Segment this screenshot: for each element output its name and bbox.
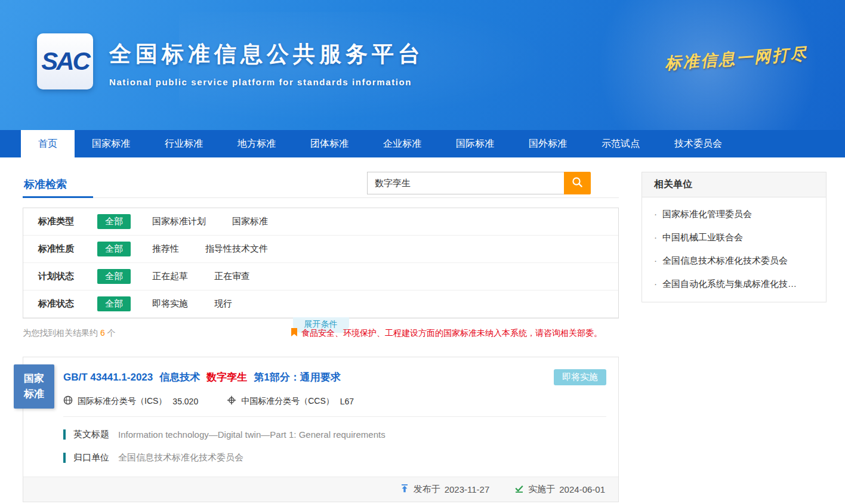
department-value: 全国信息技术标准化技术委员会 (118, 452, 243, 463)
search-results-column: 标准检索 标准类型 全部 国家标准计划 国家标准 (23, 172, 619, 502)
publish-label: 发布于 (414, 484, 440, 495)
card-title-row: GB/T 43441.1-2023 信息技术 数字孪生 第1部分：通用要求 即将… (63, 369, 606, 385)
main-nav: 首页 国家标准 行业标准 地方标准 团体标准 企业标准 国际标准 国外标准 示范… (0, 130, 845, 157)
publish-date: 2023-11-27 (445, 484, 490, 494)
filter-row-standard-type: 标准类型 全部 国家标准计划 国家标准 (23, 208, 618, 236)
english-title-row: 英文标题 Information technology—Digital twin… (63, 429, 606, 440)
search-icon (572, 177, 583, 190)
search-button[interactable] (564, 172, 591, 194)
card-footer: 发布于 2023-11-27 实施于 2024-06-01 (23, 477, 618, 502)
publish-icon (400, 484, 409, 495)
ccs-meta: 中国标准分类号（CCS） L67 (227, 395, 354, 407)
ics-meta: 国际标准分类号（ICS） 35.020 (63, 395, 198, 407)
national-standard-badge: 国家 标准 (14, 364, 54, 409)
related-units-sidebar: 相关单位 国家标准化管理委员会 中国机械工业联合会 全国信息技术标准化技术委员会… (642, 172, 827, 302)
department-label: 归口单位 (73, 452, 109, 463)
filter-option[interactable]: 现行 (214, 298, 232, 310)
globe-icon (63, 395, 78, 407)
compass-icon (227, 395, 241, 407)
system-notice: 食品安全、环境保护、工程建设方面的国家标准未纳入本系统，请咨询相关部委。 (291, 328, 602, 339)
ccs-value: L67 (340, 397, 354, 406)
standard-title-highlight[interactable]: 数字孪生 (206, 370, 247, 384)
standard-code-link[interactable]: GB/T 43441.1-2023 (63, 372, 153, 384)
site-title-block: 全国标准信息公共服务平台 National public service pla… (109, 39, 424, 87)
nav-item-foreign-standards[interactable]: 国外标准 (511, 130, 584, 157)
implement-date: 2024-06-01 (559, 484, 605, 494)
sidebar-list: 国家标准化管理委员会 中国机械工业联合会 全国信息技术标准化技术委员会 全国自动… (642, 197, 826, 302)
english-title-value: Information technology—Digital twin—Part… (118, 429, 386, 440)
tab-standard-search[interactable]: 标准检索 (23, 172, 93, 198)
notice-text: 食品安全、环境保护、工程建设方面的国家标准未纳入本系统，请咨询相关部委。 (301, 328, 602, 339)
sidebar-title: 相关单位 (642, 172, 826, 197)
result-info-row: 为您找到相关结果约6个 食品安全、环境保护、工程建设方面的国家标准未纳入本系统，… (23, 328, 619, 341)
nav-item-technical-committee[interactable]: 技术委员会 (657, 130, 739, 157)
header-slogan: 标准信息一网打尽 (664, 43, 809, 75)
sac-logo-text: SAC (41, 47, 89, 76)
filter-all-button[interactable]: 全部 (97, 214, 131, 229)
ccs-label: 中国标准分类号（CCS） (241, 396, 334, 407)
nav-item-home[interactable]: 首页 (21, 130, 75, 157)
check-icon (514, 484, 524, 495)
english-title-label: 英文标题 (73, 429, 109, 440)
filter-row-standard-status: 标准状态 全部 即将实施 现行 (23, 290, 618, 318)
site-subtitle: National public service platform for sta… (109, 77, 424, 87)
search-tab-row: 标准检索 (23, 172, 619, 198)
standard-title-part[interactable]: 第1部分：通用要求 (254, 370, 340, 384)
result-count-suffix: 个 (107, 328, 116, 338)
department-row: 归口单位 全国信息技术标准化技术委员会 (63, 452, 606, 463)
filter-option[interactable]: 即将实施 (152, 298, 188, 310)
sidebar-item-machinery-federation[interactable]: 中国机械工业联合会 (642, 226, 826, 249)
teal-bar (63, 429, 66, 440)
filter-label: 计划状态 (38, 271, 97, 282)
filter-all-button[interactable]: 全部 (97, 242, 131, 256)
card-body: GB/T 43441.1-2023 信息技术 数字孪生 第1部分：通用要求 即将… (23, 357, 618, 463)
filter-all-button[interactable]: 全部 (97, 269, 131, 284)
filter-option[interactable]: 正在审查 (214, 271, 250, 282)
filter-label: 标准类型 (38, 216, 97, 227)
sidebar-item-automation-committee[interactable]: 全国自动化系统与集成标准化技… (642, 273, 826, 296)
result-count: 为您找到相关结果约6个 (23, 328, 116, 338)
filter-row-plan-status: 计划状态 全部 正在起草 正在审查 (23, 263, 618, 290)
implement-date-item: 实施于 2024-06-01 (514, 484, 605, 495)
badge-line2: 标准 (24, 386, 44, 402)
site-title: 全国标准信息公共服务平台 (109, 39, 424, 69)
sac-logo[interactable]: SAC (37, 33, 93, 89)
filter-label: 标准性质 (38, 243, 97, 255)
filter-option[interactable]: 推荐性 (152, 243, 179, 255)
filter-option[interactable]: 国家标准 (232, 216, 268, 227)
filter-label: 标准状态 (38, 298, 97, 310)
sidebar-item-it-standardization-committee[interactable]: 全国信息技术标准化技术委员会 (642, 249, 826, 273)
nav-item-industry-standards[interactable]: 行业标准 (147, 130, 220, 157)
teal-bar (63, 453, 66, 463)
standard-result-card: 国家 标准 GB/T 43441.1-2023 信息技术 数字孪生 第1部分：通… (23, 357, 619, 502)
result-count-number: 6 (100, 328, 105, 338)
search-group (367, 172, 591, 194)
main-content: 标准检索 标准类型 全部 国家标准计划 国家标准 (0, 157, 845, 502)
status-badge: 即将实施 (554, 369, 606, 385)
nav-item-enterprise-standards[interactable]: 企业标准 (366, 130, 439, 157)
nav-item-pilot[interactable]: 示范试点 (584, 130, 657, 157)
result-count-prefix: 为您找到相关结果约 (23, 328, 98, 338)
nav-item-national-standards[interactable]: 国家标准 (75, 130, 147, 157)
filter-option[interactable]: 指导性技术文件 (205, 243, 268, 255)
ics-label: 国际标准分类号（ICS） (78, 396, 166, 407)
badge-line1: 国家 (24, 371, 44, 386)
sidebar-item-sac[interactable]: 国家标准化管理委员会 (642, 203, 826, 226)
standard-title-part[interactable]: 信息技术 (159, 370, 200, 384)
search-input[interactable] (367, 172, 564, 194)
filter-all-button[interactable]: 全部 (97, 296, 131, 311)
filter-option[interactable]: 正在起草 (152, 271, 188, 282)
page-header: SAC 全国标准信息公共服务平台 National public service… (0, 0, 845, 130)
filter-panel: 标准类型 全部 国家标准计划 国家标准 标准性质 全部 推荐性 指导性技术文件 … (23, 208, 619, 319)
flag-icon (291, 328, 298, 339)
ics-value: 35.020 (172, 397, 198, 406)
nav-item-international-standards[interactable]: 国际标准 (439, 130, 511, 157)
filter-row-standard-nature: 标准性质 全部 推荐性 指导性技术文件 (23, 236, 618, 263)
implement-label: 实施于 (528, 484, 555, 495)
publish-date-item: 发布于 2023-11-27 (400, 484, 490, 495)
nav-item-local-standards[interactable]: 地方标准 (220, 130, 293, 157)
filter-option[interactable]: 国家标准计划 (152, 216, 206, 227)
nav-item-group-standards[interactable]: 团体标准 (293, 130, 366, 157)
card-meta-row: 国际标准分类号（ICS） 35.020 中国标准分类号（CCS） L6 (63, 395, 606, 417)
